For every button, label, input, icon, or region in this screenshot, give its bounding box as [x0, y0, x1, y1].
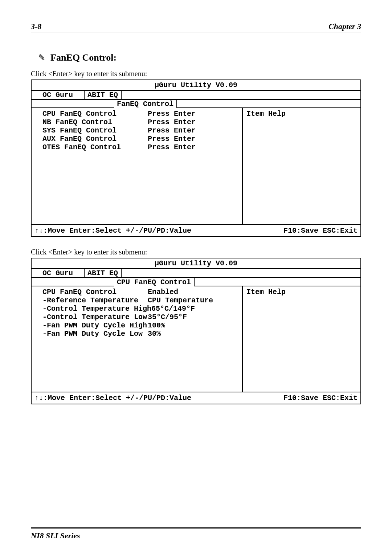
item-value: Enabled [148, 288, 238, 296]
item-label: CPU FanEQ Control [42, 110, 148, 118]
subtab-rest [195, 278, 360, 286]
bios-body: CPU FanEQ Control Enabled -Reference Tem… [32, 286, 360, 392]
bios-help-pane: Item Help [243, 108, 360, 224]
bios-body: CPU FanEQ Control Press Enter NB FanEQ C… [32, 108, 360, 224]
item-value: Press Enter [148, 135, 238, 143]
subtabs-row: CPU FanEQ Control [32, 278, 360, 286]
footer-left: ↑↓:Move Enter:Select +/-/PU/PD:Value [34, 227, 191, 235]
subtab-spacer [32, 100, 114, 108]
tab-abit-eq[interactable]: ABIT EQ [85, 269, 122, 278]
help-heading: Item Help [246, 110, 286, 118]
item-value: 30% [148, 330, 238, 338]
page-number: 3-8 [31, 22, 41, 31]
subtab-spacer [32, 278, 114, 286]
section-title: ✎ FanEQ Control: [31, 52, 361, 63]
list-item[interactable]: OTES FanEQ Control Press Enter [42, 143, 238, 151]
footer-left-text: :Move Enter:Select +/-/PU/PD:Value [43, 394, 191, 402]
page-header: 3-8 Chapter 3 [31, 22, 361, 34]
item-label: -Control Temperature High [42, 305, 151, 313]
list-item[interactable]: -Fan PWM Duty Cycle Low 30% [42, 330, 238, 338]
help-heading: Item Help [246, 288, 286, 296]
bios-screen-2: µGuru Utility V0.09 OC Guru ABIT EQ CPU … [31, 258, 361, 404]
series-label: NI8 SLI Series [31, 531, 80, 540]
caption-2: Click <Enter> key to enter its submenu: [31, 248, 361, 256]
bios-help-pane: Item Help [243, 286, 360, 392]
item-value: CPU Temperature [148, 296, 238, 305]
footer-right: F10:Save ESC:Exit [283, 394, 358, 402]
bios-screen-1: µGuru Utility V0.09 OC Guru ABIT EQ FanE… [31, 79, 361, 237]
section-title-text: FanEQ Control: [50, 52, 117, 63]
item-label: OTES FanEQ Control [42, 143, 148, 151]
item-label: -Fan PWM Duty Cycle Low [42, 330, 148, 338]
item-value: 65°C/149°F [151, 305, 238, 313]
item-value: Press Enter [148, 126, 238, 135]
item-label: -Fan PWM Duty Cycle High [42, 321, 148, 330]
list-item[interactable]: CPU FanEQ Control Press Enter [42, 110, 238, 118]
item-label: -Reference Temperature [42, 296, 148, 305]
bios-footer: ↑↓:Move Enter:Select +/-/PU/PD:Value F10… [32, 224, 360, 236]
item-value: Press Enter [148, 110, 238, 118]
item-label: NB FanEQ Control [42, 118, 148, 126]
chapter-label: Chapter 3 [328, 22, 361, 31]
bios-left-pane: CPU FanEQ Control Press Enter NB FanEQ C… [32, 108, 243, 224]
item-value: 35°C/95°F [148, 313, 238, 321]
tab-oc-guru[interactable]: OC Guru [32, 269, 85, 277]
subtabs-row: FanEQ Control [32, 100, 360, 108]
arrow-up-icon: ↑ [34, 227, 39, 235]
footer-right: F10:Save ESC:Exit [283, 227, 358, 235]
item-label: SYS FanEQ Control [42, 126, 148, 135]
item-value: Press Enter [148, 143, 238, 151]
bios-title: µGuru Utility V0.09 [32, 80, 360, 91]
footer-left: ↑↓:Move Enter:Select +/-/PU/PD:Value [34, 394, 191, 402]
list-item[interactable]: -Control Temperature Low 35°C/95°F [42, 313, 238, 321]
tabs-row: OC Guru ABIT EQ [32, 91, 360, 100]
caption-1: Click <Enter> key to enter its submenu: [31, 70, 361, 78]
list-item[interactable]: -Reference Temperature CPU Temperature [42, 296, 238, 305]
page-footer: NI8 SLI Series [31, 527, 361, 540]
bios-left-pane: CPU FanEQ Control Enabled -Reference Tem… [32, 286, 243, 392]
list-item[interactable]: NB FanEQ Control Press Enter [42, 118, 238, 126]
footer-left-text: :Move Enter:Select +/-/PU/PD:Value [43, 227, 191, 235]
item-value: 100% [148, 321, 238, 330]
arrow-down-icon: ↓ [39, 394, 43, 402]
list-item[interactable]: SYS FanEQ Control Press Enter [42, 126, 238, 135]
list-item[interactable]: CPU FanEQ Control Enabled [42, 288, 238, 296]
tabs-row: OC Guru ABIT EQ [32, 269, 360, 278]
item-label: CPU FanEQ Control [42, 288, 148, 296]
item-label: AUX FanEQ Control [42, 135, 148, 143]
list-item[interactable]: AUX FanEQ Control Press Enter [42, 135, 238, 143]
arrow-up-icon: ↑ [34, 394, 39, 402]
item-label: -Control Temperature Low [42, 313, 148, 321]
item-value: Press Enter [148, 118, 238, 126]
subtab-rest [177, 100, 360, 108]
list-item[interactable]: -Fan PWM Duty Cycle High 100% [42, 321, 238, 330]
bios-footer: ↑↓:Move Enter:Select +/-/PU/PD:Value F10… [32, 392, 360, 404]
bios-title: µGuru Utility V0.09 [32, 258, 360, 269]
list-item[interactable]: -Control Temperature High 65°C/149°F [42, 305, 238, 313]
arrow-down-icon: ↓ [39, 227, 43, 235]
pointer-icon: ✎ [38, 53, 45, 63]
tab-abit-eq[interactable]: ABIT EQ [85, 91, 122, 100]
tab-oc-guru[interactable]: OC Guru [32, 91, 85, 99]
subtab-cpu-faneq[interactable]: CPU FanEQ Control [114, 278, 195, 286]
subtab-faneq[interactable]: FanEQ Control [114, 100, 177, 108]
